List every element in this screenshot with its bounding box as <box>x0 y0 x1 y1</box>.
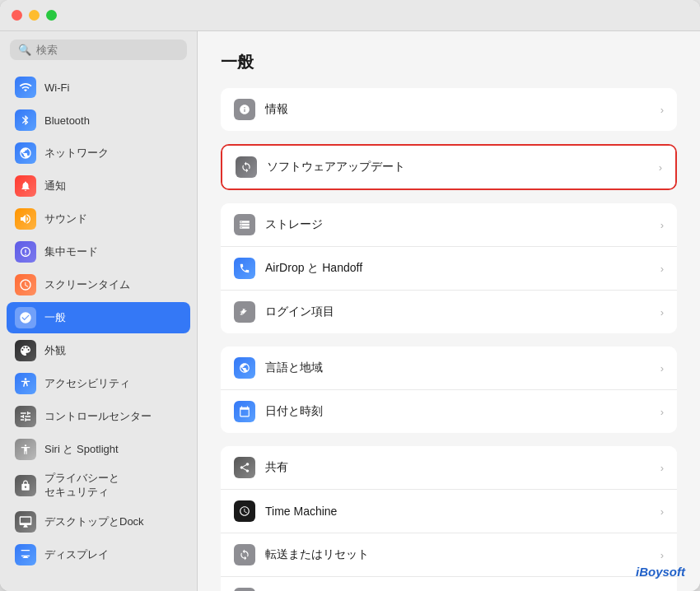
sidebar-label-privacy: プライバシーとセキュリティ <box>44 472 119 500</box>
sidebar-item-privacy[interactable]: プライバシーとセキュリティ <box>7 467 190 505</box>
settings-label-transfer: 転送またはリセット <box>265 547 651 562</box>
settings-label-language: 言語と地域 <box>265 361 651 375</box>
settings-label-airdrop: AirDrop と Handoff <box>265 261 651 276</box>
software-update-wrapper: ソフトウェアアップデート › <box>221 144 677 190</box>
datetime-icon <box>234 401 255 422</box>
settings-label-info: 情報 <box>265 102 651 117</box>
svg-point-0 <box>25 378 27 380</box>
language-icon <box>234 357 255 379</box>
settings-group-storage: ストレージ › AirDrop と Handoff › ログイン項目 › <box>221 203 677 333</box>
accessibility-icon <box>15 373 36 394</box>
bluetooth-icon <box>15 109 36 131</box>
settings-item-transfer[interactable]: 転送またはリセット › <box>221 533 677 577</box>
search-icon: 🔍 <box>18 44 31 56</box>
chevron-datetime: › <box>660 406 664 418</box>
sidebar-item-sound[interactable]: サウンド <box>7 203 190 235</box>
settings-label-login: ログイン項目 <box>265 305 651 319</box>
screentime-icon <box>15 274 36 296</box>
sidebar-item-bluetooth[interactable]: Bluetooth <box>7 105 190 136</box>
chevron-language: › <box>660 362 664 375</box>
airdrop-icon <box>234 258 255 279</box>
maximize-button[interactable] <box>46 10 57 21</box>
sidebar-item-appearance[interactable]: 外観 <box>7 335 190 366</box>
iboysoft-brand: iBoysoft <box>636 565 685 579</box>
settings-item-timemachine[interactable]: Time Machine › <box>221 490 677 533</box>
sidebar-label-appearance: 外観 <box>44 343 66 358</box>
page-title: 一般 <box>221 51 677 73</box>
chevron-info: › <box>660 104 664 116</box>
sidebar-item-wifi[interactable]: Wi-Fi <box>7 72 190 103</box>
sidebar-item-accessibility[interactable]: アクセシビリティ <box>7 368 190 399</box>
settings-label-update: ソフトウェアアップデート <box>267 160 649 175</box>
sidebar-item-focus[interactable]: 集中モード <box>7 236 190 268</box>
sidebar-item-notification[interactable]: 通知 <box>7 170 190 202</box>
settings-item-language[interactable]: 言語と地域 › <box>221 347 677 390</box>
privacy-icon <box>15 475 36 496</box>
control-icon <box>15 406 36 427</box>
sidebar-item-siri[interactable]: Siri と Spotlight <box>7 434 190 465</box>
settings-item-login[interactable]: ログイン項目 › <box>221 291 677 333</box>
sidebar-label-network: ネットワーク <box>44 146 109 161</box>
settings-item-sharing[interactable]: 共有 › <box>221 446 677 490</box>
sidebar: 🔍 Wi-Fi Bluetooth <box>0 31 198 591</box>
chevron-update: › <box>659 161 662 174</box>
general-icon <box>15 307 36 328</box>
info-icon <box>234 99 255 120</box>
startup-icon <box>234 588 255 591</box>
search-input[interactable] <box>36 44 179 56</box>
sidebar-label-bluetooth: Bluetooth <box>44 114 90 127</box>
close-button[interactable] <box>12 10 22 21</box>
appearance-icon <box>15 340 36 361</box>
display-icon <box>15 544 36 565</box>
sidebar-item-display[interactable]: ディスプレイ <box>7 539 190 570</box>
settings-group-language: 言語と地域 › 日付と時刻 › <box>221 347 677 433</box>
sidebar-label-general: 一般 <box>44 310 66 325</box>
transfer-icon <box>234 544 255 565</box>
title-bar <box>0 0 700 31</box>
settings-item-datetime[interactable]: 日付と時刻 › <box>221 390 677 433</box>
sidebar-label-control: コントロールセンター <box>44 409 152 424</box>
chevron-sharing: › <box>660 462 664 474</box>
sidebar-item-screentime[interactable]: スクリーンタイム <box>7 269 190 300</box>
sidebar-label-screentime: スクリーンタイム <box>44 277 130 292</box>
sidebar-label-sound: サウンド <box>44 212 87 226</box>
chevron-timemachine: › <box>660 505 664 518</box>
update-icon <box>236 156 257 178</box>
settings-label-datetime: 日付と時刻 <box>265 404 651 419</box>
desktop-icon <box>15 511 36 533</box>
settings-item-info[interactable]: 情報 › <box>221 88 677 131</box>
settings-group-info: 情報 › <box>221 88 677 131</box>
settings-item-update[interactable]: ソフトウェアアップデート › <box>222 146 675 188</box>
chevron-transfer: › <box>660 549 664 561</box>
sidebar-label-display: ディスプレイ <box>44 547 109 562</box>
network-icon <box>15 142 36 164</box>
settings-label-sharing: 共有 <box>265 460 651 475</box>
timemachine-icon <box>234 500 255 522</box>
settings-item-airdrop[interactable]: AirDrop と Handoff › <box>221 247 677 291</box>
sidebar-label-accessibility: アクセシビリティ <box>44 376 130 391</box>
sidebar-item-network[interactable]: ネットワーク <box>7 137 190 169</box>
settings-group-sharing: 共有 › Time Machine › 転送またはリセット › <box>221 446 677 591</box>
search-container: 🔍 <box>0 31 197 68</box>
system-preferences-window: 🔍 Wi-Fi Bluetooth <box>0 0 700 591</box>
storage-icon <box>234 214 255 235</box>
settings-label-storage: ストレージ <box>265 217 651 232</box>
minimize-button[interactable] <box>29 10 40 21</box>
sidebar-item-general[interactable]: 一般 <box>7 302 190 333</box>
sharing-icon <box>234 457 255 478</box>
sidebar-label-notification: 通知 <box>44 179 66 193</box>
siri-icon <box>15 439 36 460</box>
sidebar-label-wifi: Wi-Fi <box>44 81 69 94</box>
search-box[interactable]: 🔍 <box>10 40 187 60</box>
content-area: 🔍 Wi-Fi Bluetooth <box>0 31 700 591</box>
wifi-icon <box>15 77 36 98</box>
settings-item-startup[interactable]: 起動ディスク › <box>221 577 677 591</box>
chevron-storage: › <box>660 219 664 231</box>
login-icon <box>234 301 255 323</box>
settings-item-storage[interactable]: ストレージ › <box>221 203 677 247</box>
chevron-login: › <box>660 306 664 319</box>
settings-label-timemachine: Time Machine <box>265 505 651 518</box>
focus-icon <box>15 241 36 263</box>
sidebar-item-desktop[interactable]: デスクトップとDock <box>7 506 190 537</box>
sidebar-item-control[interactable]: コントロールセンター <box>7 401 190 432</box>
